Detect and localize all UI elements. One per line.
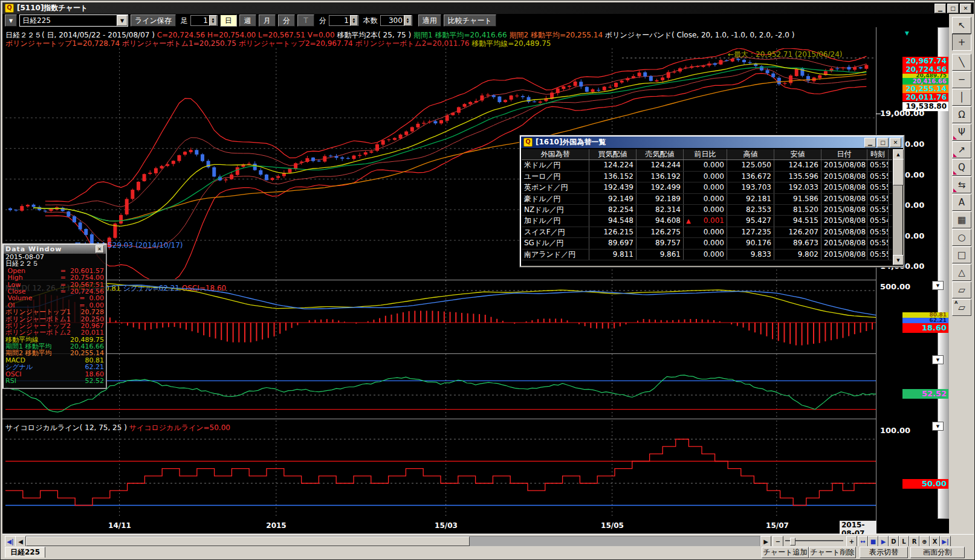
eraser-icon[interactable]: ▱: [952, 282, 971, 298]
macd-dropdown-icon[interactable]: ▼: [932, 281, 944, 290]
forex-column-header[interactable]: 日付: [821, 149, 867, 159]
maximize-button[interactable]: □: [877, 138, 889, 147]
zoom-in-button[interactable]: +: [846, 536, 857, 547]
bar-count-input[interactable]: 300 ▲▼: [380, 15, 412, 26]
step-icon[interactable]: ▶|: [940, 536, 951, 547]
bottom-button-2[interactable]: 表示切替: [860, 547, 908, 558]
close-icon[interactable]: ✕: [96, 245, 104, 253]
compare-chart-button[interactable]: 比較チャート: [444, 14, 496, 27]
chart-area[interactable]: 日経２２５( 日, 2014/05/22 - 2015/08/07 ) C=20…: [2, 27, 949, 533]
apply-button[interactable]: 適用: [418, 14, 441, 27]
pointer-icon[interactable]: ↖: [952, 17, 971, 34]
scroll-right-button[interactable]: ▶: [760, 536, 771, 547]
scrollbar-thumb[interactable]: [893, 159, 904, 185]
forex-column-header[interactable]: 外国為替: [522, 149, 589, 159]
forex-title: [1610]外国為替一覧: [536, 137, 606, 147]
psy-dropdown-icon[interactable]: ▼: [932, 422, 944, 431]
close-button[interactable]: ✕: [890, 138, 901, 147]
forex-row[interactable]: NZドル／円82.25482.3140.00082.35381.5202015/…: [522, 205, 892, 216]
diagonal-line-icon[interactable]: ╲: [952, 54, 971, 71]
scroll-home-button[interactable]: ◀|: [5, 536, 16, 547]
data-window-titlebar[interactable]: Data Window ✕: [4, 245, 106, 254]
period-button-日[interactable]: 日: [220, 14, 237, 27]
bottom-button-0[interactable]: チャート追加: [762, 547, 809, 558]
minimize-button[interactable]: ▁: [935, 4, 946, 13]
quote-list-icon[interactable]: Q: [952, 159, 971, 176]
macd-panel[interactable]: [5, 280, 876, 353]
horizontal-scrollbar[interactable]: [25, 536, 760, 547]
forex-row[interactable]: 豪ドル／円92.14992.1890.00092.18191.5862015/0…: [522, 194, 892, 205]
stop-icon[interactable]: ■: [868, 536, 878, 547]
forex-column-header[interactable]: 安値: [774, 149, 821, 159]
symbol-history-button[interactable]: ▼: [5, 14, 17, 27]
forex-column-header[interactable]: 高値: [727, 149, 774, 159]
eraser-all-icon[interactable]: ▱A: [952, 299, 971, 316]
pan-icon[interactable]: ↔: [858, 536, 868, 547]
forex-column-header[interactable]: 前日比: [684, 149, 727, 159]
play-icon[interactable]: ▶: [878, 536, 889, 547]
minimize-button[interactable]: ▁: [864, 138, 876, 147]
forex-column-header[interactable]: 買気配値: [589, 149, 637, 159]
forex-titlebar[interactable]: Q [1610]外国為替一覧 ▁□✕: [521, 137, 903, 148]
scroll-down-icon[interactable]: ▼: [893, 255, 904, 265]
forex-column-header[interactable]: 売気配値: [637, 149, 684, 159]
vertical-line-icon[interactable]: │: [952, 89, 971, 106]
forex-row[interactable]: 英ポンド／円192.439192.4990.000193.703192.0332…: [522, 182, 892, 193]
crosshair-icon[interactable]: +: [952, 34, 971, 51]
forex-row[interactable]: スイスF／円126.215126.2750.000127.235126.2072…: [522, 227, 892, 238]
chevron-down-icon[interactable]: ▼: [117, 15, 128, 26]
period-button-週[interactable]: 週: [239, 14, 256, 27]
spinner-icon[interactable]: ▲▼: [404, 15, 412, 26]
period-button-月[interactable]: 月: [259, 14, 276, 27]
grid-icon[interactable]: ▦: [952, 211, 971, 228]
psychological-panel[interactable]: [5, 420, 876, 518]
forex-scrollbar[interactable]: ▲ ▼: [893, 149, 902, 265]
l-button[interactable]: L: [899, 536, 909, 547]
symbol-combobox[interactable]: 日経225 ▼: [19, 14, 128, 27]
magnifier-icon[interactable]: ⊕: [919, 536, 930, 547]
horizontal-line-icon[interactable]: ─: [952, 71, 971, 88]
rsi-panel[interactable]: [5, 354, 876, 418]
rectangle-icon[interactable]: □: [952, 246, 971, 263]
forex-row[interactable]: SGドル／円89.69789.7570.00090.17689.6732015/…: [522, 238, 892, 249]
r-button[interactable]: R: [909, 536, 919, 547]
forex-row[interactable]: 南アランド／円9.8119.8610.0009.8339.8022015/08/…: [522, 249, 892, 260]
ellipse-icon[interactable]: ○: [952, 229, 971, 246]
x-button[interactable]: X: [930, 536, 940, 547]
scroll-left-button[interactable]: ◀: [15, 536, 26, 547]
period-button-T[interactable]: T: [297, 14, 314, 27]
ashi-input[interactable]: 1 ▲▼: [190, 15, 218, 26]
minute-input[interactable]: 1 ▲▼: [329, 15, 358, 26]
close-button[interactable]: ✕: [960, 4, 971, 13]
spinner-icon[interactable]: ▲▼: [350, 15, 358, 26]
spinner-icon[interactable]: ▲▼: [209, 15, 217, 26]
red-corner-mark: [953, 136, 957, 140]
trend-line-icon[interactable]: ↗: [952, 141, 971, 158]
line-save-button[interactable]: ライン保存: [131, 14, 176, 27]
text-tool-icon[interactable]: A: [952, 194, 971, 211]
cycle-arrows-icon[interactable]: ⇆: [952, 176, 971, 193]
slider-thumb[interactable]: [790, 538, 795, 546]
forex-window[interactable]: Q [1610]外国為替一覧 ▁□✕ 外国為替買気配値売気配値前日比高値安値日付…: [520, 135, 904, 267]
data-window[interactable]: Data Window ✕ 2015-08-07日経２２５ Open= 20,6…: [2, 243, 107, 389]
d-button[interactable]: D: [889, 536, 899, 547]
scroll-up-icon[interactable]: ▲: [893, 149, 904, 159]
tab-nikkei225[interactable]: 日経225: [5, 547, 45, 558]
alert-bell-icon[interactable]: Ω: [952, 106, 971, 123]
forex-column-header[interactable]: 時刻: [867, 149, 889, 159]
scrollbar-thumb[interactable]: [26, 536, 470, 546]
title-bar[interactable]: Q [5110]指数チャート ▁□✕: [2, 2, 974, 14]
forex-row[interactable]: 加ドル／円94.54894.608▲0.00195.42794.5152015/…: [522, 216, 892, 227]
triangle-icon[interactable]: △: [952, 264, 971, 281]
period-button-分[interactable]: 分: [278, 14, 295, 27]
zoom-slider[interactable]: [785, 540, 843, 541]
maximize-button[interactable]: □: [947, 4, 959, 13]
rsi-dropdown-icon[interactable]: ▼: [932, 355, 944, 364]
bottom-button-1[interactable]: チャート削除: [809, 547, 856, 558]
forex-row[interactable]: 米ドル／円124.224124.2440.000125.050124.12620…: [522, 160, 892, 171]
forex-row[interactable]: ユーロ／円136.152136.1920.000136.672135.59620…: [522, 172, 892, 182]
gann-fan-icon[interactable]: Ψ: [952, 124, 971, 141]
panel-dropdown-icon[interactable]: ▼: [905, 30, 909, 36]
zoom-out-button[interactable]: −: [773, 536, 783, 547]
bottom-button-3[interactable]: 画面分割: [910, 547, 965, 558]
